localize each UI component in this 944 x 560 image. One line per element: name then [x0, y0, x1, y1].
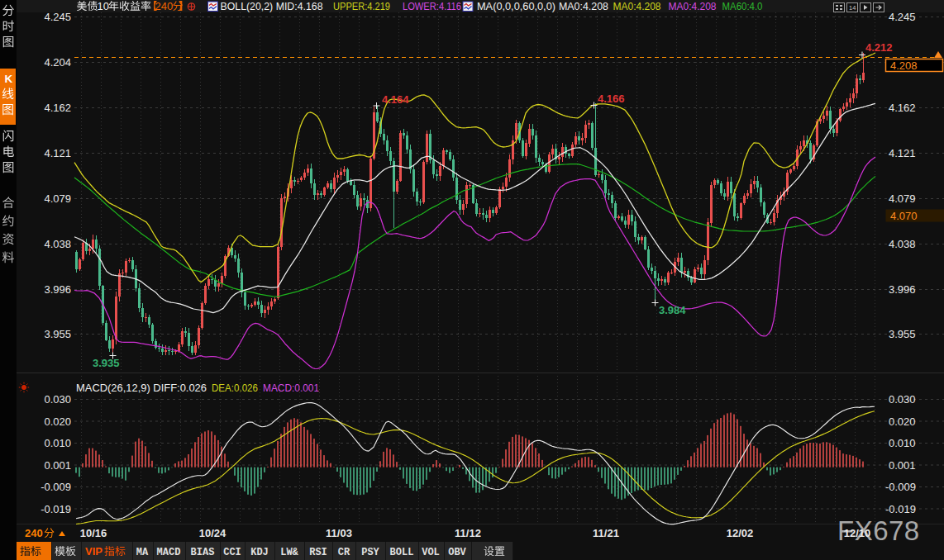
svg-text:PSY: PSY	[361, 547, 379, 558]
svg-text:11/12: 11/12	[455, 527, 481, 539]
svg-text:4.162: 4.162	[889, 102, 916, 114]
svg-text:4.204: 4.204	[44, 56, 71, 69]
svg-text:11/03: 11/03	[326, 527, 352, 539]
svg-text:4.038: 4.038	[889, 238, 916, 250]
svg-text:10/16: 10/16	[80, 527, 107, 539]
svg-text:3.955: 3.955	[44, 328, 71, 340]
svg-text:LOWER:4.116: LOWER:4.116	[403, 0, 461, 12]
svg-text:4.121: 4.121	[889, 147, 916, 159]
svg-text:VIP: VIP	[85, 545, 103, 558]
svg-text:3.935: 3.935	[93, 357, 120, 369]
svg-text:LW&: LW&	[280, 547, 298, 558]
svg-text:DEA:0.026: DEA:0.026	[212, 382, 258, 394]
svg-text:OBV: OBV	[448, 547, 466, 558]
svg-text:4.212: 4.212	[865, 41, 893, 54]
svg-text:CR: CR	[338, 547, 350, 558]
svg-text:4.245: 4.245	[889, 11, 916, 23]
svg-text:MACD: MACD	[157, 547, 181, 558]
svg-text:240: 240	[155, 0, 174, 12]
svg-text:3.996: 3.996	[44, 283, 71, 296]
svg-text:-0.009: -0.009	[885, 481, 916, 493]
svg-text:3.955: 3.955	[889, 328, 916, 340]
svg-text:0.030: 0.030	[889, 393, 916, 406]
svg-text:MA: MA	[136, 547, 149, 558]
svg-text:VOL: VOL	[422, 547, 440, 558]
svg-text:4.070: 4.070	[890, 210, 918, 222]
svg-text:0.020: 0.020	[44, 415, 71, 428]
svg-text:MA0:4.208: MA0:4.208	[669, 0, 717, 12]
svg-text:4.166: 4.166	[598, 93, 625, 105]
svg-text:MA60:4.0: MA60:4.0	[722, 0, 763, 12]
svg-text:K: K	[5, 73, 13, 85]
svg-text:3.996: 3.996	[889, 283, 916, 296]
svg-text:4.121: 4.121	[44, 147, 71, 159]
svg-text:MA0:4.208: MA0:4.208	[559, 0, 608, 12]
svg-text:14: 14	[849, 4, 856, 12]
svg-text:0.001: 0.001	[44, 459, 71, 472]
svg-text:4.038: 4.038	[44, 238, 71, 250]
svg-text:CCI: CCI	[223, 547, 241, 558]
svg-text:RSI: RSI	[309, 547, 327, 558]
svg-text:4.208: 4.208	[890, 59, 918, 72]
svg-text:MA0:4.208: MA0:4.208	[613, 0, 661, 12]
svg-text:4.245: 4.245	[44, 11, 71, 23]
svg-text:0.030: 0.030	[44, 393, 71, 406]
svg-text:-0.019: -0.019	[885, 503, 916, 515]
svg-text:0.010: 0.010	[44, 437, 71, 449]
svg-text:0.020: 0.020	[889, 415, 916, 428]
svg-text:4.079: 4.079	[44, 192, 71, 205]
svg-text:-0.019: -0.019	[41, 503, 71, 515]
svg-text:BIAS: BIAS	[191, 547, 215, 558]
svg-text:4.079: 4.079	[889, 192, 916, 205]
svg-text:-0.009: -0.009	[41, 481, 71, 493]
svg-text:11/21: 11/21	[593, 527, 619, 539]
svg-text:10: 10	[98, 0, 109, 12]
svg-text:3.984: 3.984	[659, 304, 686, 316]
svg-text:MACD(26,12,9) DIFF:0.026: MACD(26,12,9) DIFF:0.026	[76, 382, 207, 394]
svg-text:240: 240	[25, 527, 43, 539]
svg-text:MA(0,0,0,60,0,0): MA(0,0,0,60,0,0)	[477, 0, 555, 12]
svg-text:MACD:0.001: MACD:0.001	[263, 382, 319, 394]
svg-text:UPPER:4.219: UPPER:4.219	[333, 0, 390, 12]
svg-text:KDJ: KDJ	[250, 547, 269, 558]
svg-text:12/10: 12/10	[844, 527, 871, 539]
svg-text:0.001: 0.001	[889, 459, 916, 472]
svg-text:4.162: 4.162	[44, 102, 71, 114]
svg-text:0.010: 0.010	[889, 437, 916, 449]
svg-text:BOLL(20,2) MID:4.168: BOLL(20,2) MID:4.168	[221, 0, 323, 12]
svg-text:BOLL: BOLL	[390, 547, 414, 558]
svg-text:12/02: 12/02	[727, 527, 754, 539]
svg-text:10/24: 10/24	[199, 527, 226, 539]
svg-text:4.164: 4.164	[382, 93, 409, 106]
